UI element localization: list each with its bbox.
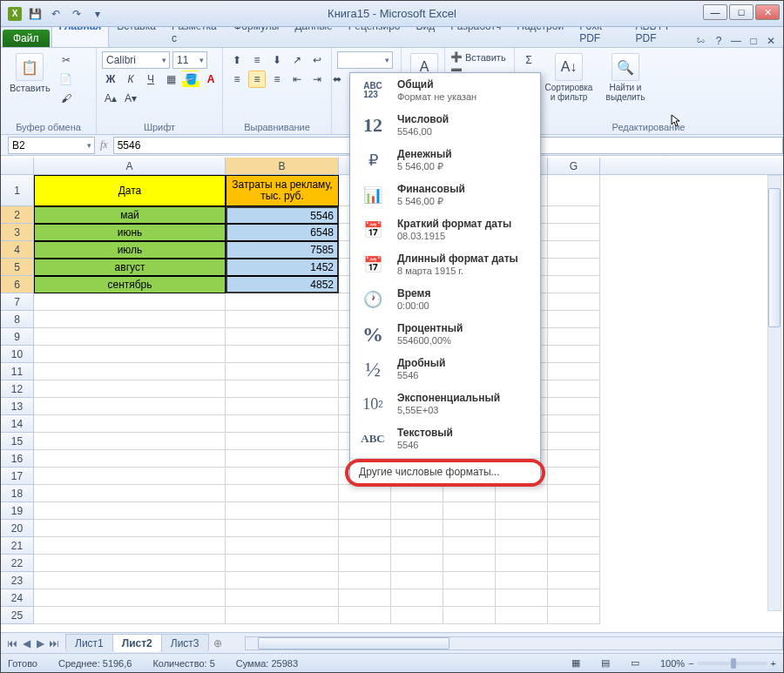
cell-D22[interactable] <box>391 555 443 572</box>
border-button[interactable]: ▦ <box>162 71 179 88</box>
format-option-5[interactable]: 📅Длинный формат даты8 марта 1915 г. <box>350 247 540 282</box>
cell-B24[interactable] <box>226 589 339 607</box>
select-all-corner[interactable] <box>1 158 34 174</box>
cell-F19[interactable] <box>496 502 548 520</box>
cell-A3[interactable]: июнь <box>34 224 226 241</box>
cell-A14[interactable] <box>34 415 226 433</box>
cell-C24[interactable] <box>339 589 391 607</box>
save-button[interactable]: 💾 <box>27 6 43 22</box>
sheet-nav-next[interactable]: ▶ <box>34 637 46 649</box>
insert-cells-button[interactable]: ➕ Вставить <box>450 51 506 63</box>
row-header-12[interactable]: 12 <box>1 380 34 398</box>
paste-button[interactable]: 📋 Вставить <box>6 51 54 95</box>
sheet-nav-prev[interactable]: ◀ <box>20 637 32 649</box>
zoom-slider[interactable] <box>698 662 767 665</box>
row-header-13[interactable]: 13 <box>1 398 34 415</box>
undo-button[interactable]: ↶ <box>48 6 64 22</box>
cell-G17[interactable] <box>548 468 600 485</box>
cell-B6[interactable]: 4852 <box>226 276 339 293</box>
format-option-9[interactable]: 102Экспоненциальный5,55E+03 <box>350 387 540 421</box>
cell-A5[interactable]: август <box>34 259 226 276</box>
cell-A16[interactable] <box>34 450 226 468</box>
sheet-nav-last[interactable]: ⏭ <box>48 637 60 649</box>
cell-G7[interactable] <box>548 293 600 311</box>
decrease-font-button[interactable]: A▾ <box>122 90 139 107</box>
cell-A21[interactable] <box>34 537 226 555</box>
cell-B16[interactable] <box>226 450 339 468</box>
cell-A4[interactable]: июль <box>34 241 226 259</box>
cell-A19[interactable] <box>34 502 226 520</box>
cell-A2[interactable]: май <box>34 206 226 224</box>
copy-button[interactable]: 📄 <box>57 71 75 88</box>
maximize-button[interactable]: □ <box>729 4 754 20</box>
fill-color-button[interactable]: 🪣 <box>182 71 199 88</box>
number-format-combo[interactable] <box>337 51 393 69</box>
cell-E19[interactable] <box>443 502 496 520</box>
zoom-level[interactable]: 100% <box>660 658 685 669</box>
workbook-restore[interactable]: □ <box>747 35 760 47</box>
more-number-formats-item[interactable]: Другие числовые форматы... <box>350 461 540 483</box>
cell-C20[interactable] <box>339 520 391 537</box>
align-center-button[interactable]: ≡ <box>248 71 266 88</box>
zoom-thumb[interactable] <box>731 658 736 669</box>
cell-B14[interactable] <box>226 415 339 433</box>
cell-B15[interactable] <box>226 433 339 450</box>
cell-E25[interactable] <box>443 607 496 624</box>
cell-B22[interactable] <box>226 555 339 572</box>
row-header-21[interactable]: 21 <box>1 537 34 555</box>
cell-F18[interactable] <box>496 485 548 502</box>
underline-button[interactable]: Ч <box>142 71 159 88</box>
cell-B12[interactable] <box>226 380 339 398</box>
cell-G5[interactable] <box>548 259 600 276</box>
cell-A20[interactable] <box>34 520 226 537</box>
cell-F24[interactable] <box>496 589 548 607</box>
cell-G1[interactable] <box>548 175 600 206</box>
row-header-11[interactable]: 11 <box>1 363 34 380</box>
cell-D21[interactable] <box>391 537 443 555</box>
cell-B20[interactable] <box>226 520 339 537</box>
cell-G14[interactable] <box>548 415 600 433</box>
autosum-button[interactable]: Σ <box>520 51 537 69</box>
cell-C18[interactable] <box>339 485 391 502</box>
cell-D19[interactable] <box>391 502 443 520</box>
format-option-4[interactable]: 📅Краткий формат даты08.03.1915 <box>350 212 540 247</box>
cell-B21[interactable] <box>226 537 339 555</box>
cell-A1[interactable]: Дата <box>34 175 226 206</box>
orientation-button[interactable]: ↗ <box>288 51 306 69</box>
cell-B19[interactable] <box>226 502 339 520</box>
format-option-1[interactable]: 12Числовой5546,00 <box>350 108 540 143</box>
row-header-18[interactable]: 18 <box>1 485 34 502</box>
cell-B3[interactable]: 6548 <box>226 224 339 241</box>
row-header-16[interactable]: 16 <box>1 450 34 468</box>
cell-B25[interactable] <box>226 607 339 624</box>
row-header-22[interactable]: 22 <box>1 555 34 572</box>
new-sheet-button[interactable]: ⊕ <box>208 637 227 649</box>
zoom-out-button[interactable]: − <box>688 658 693 669</box>
sheet-tab-0[interactable]: Лист1 <box>65 634 113 652</box>
cell-A17[interactable] <box>34 468 226 485</box>
font-name-combo[interactable]: Calibri <box>102 51 170 69</box>
cell-A9[interactable] <box>34 328 226 346</box>
column-header-G[interactable]: G <box>548 158 600 174</box>
row-header-24[interactable]: 24 <box>1 589 34 607</box>
cell-B7[interactable] <box>226 293 339 311</box>
font-color-button[interactable]: А <box>202 71 220 88</box>
cell-G12[interactable] <box>548 380 600 398</box>
cell-B2[interactable]: 5546 <box>226 206 339 224</box>
horizontal-scrollbar[interactable] <box>245 636 783 650</box>
find-select-button[interactable]: 🔍 Найти и выделить <box>600 51 651 104</box>
format-option-0[interactable]: ABC123ОбщийФормат не указан <box>350 73 540 108</box>
ribbon-minimize[interactable]: — <box>729 35 743 47</box>
cell-G13[interactable] <box>548 398 600 415</box>
cell-B4[interactable]: 7585 <box>226 241 339 259</box>
align-middle-button[interactable]: ≡ <box>248 51 266 69</box>
row-header-23[interactable]: 23 <box>1 572 34 589</box>
cell-A6[interactable]: сентябрь <box>34 276 226 293</box>
align-top-button[interactable]: ⬆ <box>228 51 246 69</box>
cell-D20[interactable] <box>391 520 443 537</box>
cell-B13[interactable] <box>226 398 339 415</box>
cell-G9[interactable] <box>548 328 600 346</box>
row-header-3[interactable]: 3 <box>1 224 34 241</box>
row-header-19[interactable]: 19 <box>1 502 34 520</box>
view-normal-button[interactable]: ▦ <box>571 657 580 669</box>
